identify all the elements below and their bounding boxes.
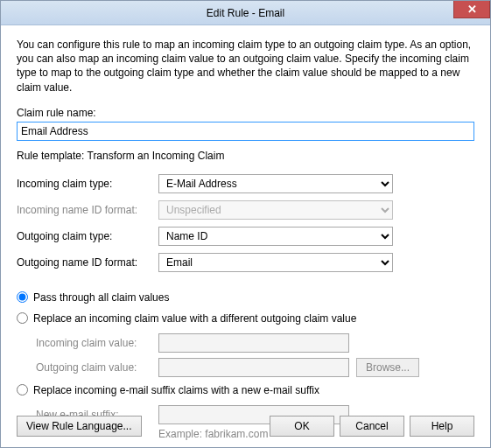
- incoming-name-id-format-select: Unspecified: [158, 200, 393, 220]
- browse-button: Browse...: [356, 358, 419, 377]
- close-button[interactable]: ✕: [453, 1, 490, 18]
- ok-button[interactable]: OK: [270, 416, 334, 437]
- outgoing-claim-type-select[interactable]: Name ID: [158, 227, 393, 246]
- outgoing-name-id-format-select[interactable]: Email: [158, 253, 393, 272]
- cancel-button[interactable]: Cancel: [340, 416, 404, 437]
- dialog-content: You can configure this rule to map an in…: [1, 25, 490, 448]
- pass-through-radio[interactable]: [17, 291, 28, 303]
- title-bar: Edit Rule - Email ✕: [1, 1, 490, 25]
- pass-through-label: Pass through all claim values: [33, 291, 169, 304]
- rule-template-label: Rule template: Transform an Incoming Cla…: [17, 150, 474, 162]
- close-icon: ✕: [467, 3, 477, 16]
- incoming-name-id-format-label: Incoming name ID format:: [17, 204, 158, 216]
- outgoing-claim-value-input: [158, 358, 349, 377]
- incoming-claim-type-select[interactable]: E-Mail Address: [158, 174, 393, 193]
- help-button[interactable]: Help: [410, 416, 474, 437]
- intro-text: You can configure this rule to map an in…: [17, 38, 474, 94]
- replace-suffix-label: Replace incoming e-mail suffix claims wi…: [33, 384, 319, 396]
- incoming-claim-value-label: Incoming claim value:: [36, 337, 158, 349]
- dialog-window: Edit Rule - Email ✕ You can configure th…: [0, 0, 491, 448]
- replace-suffix-radio[interactable]: [17, 384, 28, 396]
- claim-rule-name-label: Claim rule name:: [17, 107, 474, 119]
- incoming-claim-type-label: Incoming claim type:: [17, 178, 158, 190]
- incoming-claim-value-input: [158, 333, 349, 353]
- outgoing-claim-value-label: Outgoing claim value:: [36, 361, 158, 374]
- claim-rule-name-input[interactable]: [17, 122, 474, 141]
- replace-value-radio[interactable]: [17, 312, 28, 324]
- replace-value-label: Replace an incoming claim value with a d…: [33, 312, 356, 325]
- window-title: Edit Rule - Email: [1, 7, 490, 19]
- view-rule-language-button[interactable]: View Rule Language...: [17, 416, 142, 437]
- button-bar: View Rule Language... OK Cancel Help: [1, 416, 490, 437]
- outgoing-claim-type-label: Outgoing claim type:: [17, 230, 158, 242]
- outgoing-name-id-format-label: Outgoing name ID format:: [17, 256, 158, 269]
